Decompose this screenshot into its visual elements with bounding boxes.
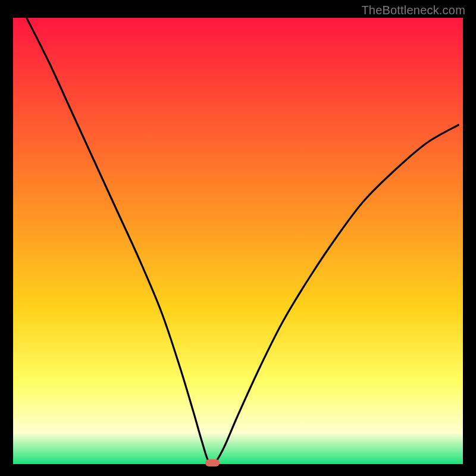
gradient-background xyxy=(13,18,463,464)
chart-frame xyxy=(13,18,463,464)
bottleneck-chart xyxy=(13,18,463,464)
watermark-text: TheBottleneck.com xyxy=(361,4,465,17)
optimum-marker xyxy=(205,459,220,466)
